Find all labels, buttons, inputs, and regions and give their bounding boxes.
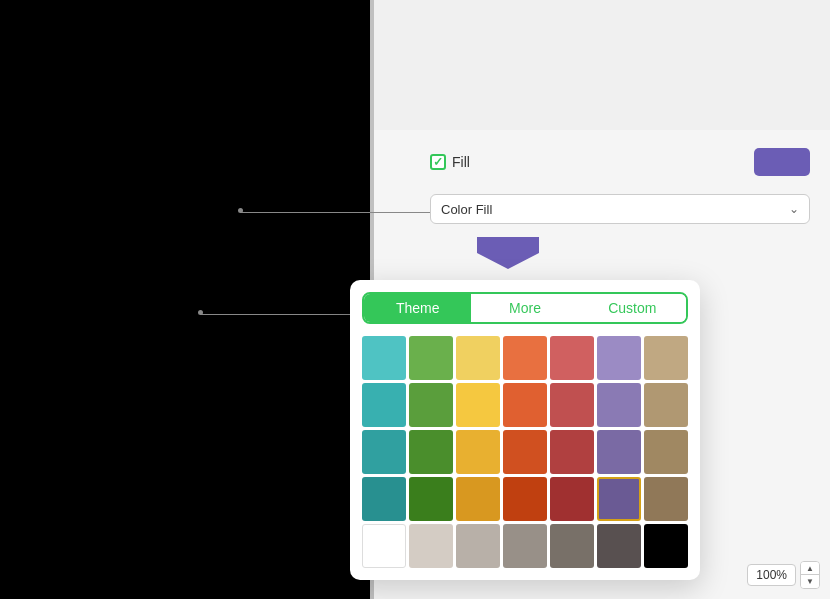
fill-color-swatch[interactable] xyxy=(754,148,810,176)
color-cell[interactable] xyxy=(597,336,641,380)
color-cell[interactable] xyxy=(503,524,547,568)
tab-custom[interactable]: Custom xyxy=(579,294,686,322)
svg-marker-0 xyxy=(477,237,539,269)
color-cell[interactable] xyxy=(503,336,547,380)
color-cell[interactable] xyxy=(503,383,547,427)
color-grid xyxy=(362,336,688,568)
color-cell[interactable] xyxy=(409,383,453,427)
color-cell[interactable] xyxy=(409,430,453,474)
color-cell[interactable] xyxy=(550,383,594,427)
color-cell[interactable] xyxy=(409,477,453,521)
color-cell[interactable] xyxy=(550,477,594,521)
checkmark-icon: ✓ xyxy=(433,155,443,169)
color-cell[interactable] xyxy=(503,477,547,521)
bottom-bar: 100% ▲ ▼ xyxy=(747,561,820,589)
color-cell[interactable] xyxy=(644,430,688,474)
color-fill-dropdown[interactable]: Color Fill ⌄ xyxy=(430,194,810,224)
color-picker-popup: Theme More Custom xyxy=(350,280,700,580)
zoom-down-button[interactable]: ▼ xyxy=(801,575,819,588)
color-cell[interactable] xyxy=(362,524,406,568)
color-cell[interactable] xyxy=(456,383,500,427)
annotation-line-1 xyxy=(240,212,430,213)
tab-more[interactable]: More xyxy=(471,294,578,322)
color-cell[interactable] xyxy=(550,336,594,380)
color-cell[interactable] xyxy=(550,524,594,568)
color-cell[interactable] xyxy=(597,383,641,427)
color-cell[interactable] xyxy=(362,430,406,474)
color-cell[interactable] xyxy=(597,524,641,568)
color-preview-caret xyxy=(477,237,539,269)
left-panel xyxy=(0,0,370,599)
color-cell[interactable] xyxy=(362,383,406,427)
color-cell[interactable] xyxy=(409,336,453,380)
main-container: ✓ Fill Color Fill ⌄ Theme More Custom xyxy=(0,0,830,599)
fill-checkbox[interactable]: ✓ xyxy=(430,154,446,170)
color-cell[interactable] xyxy=(409,524,453,568)
color-cell[interactable] xyxy=(456,336,500,380)
color-cell[interactable] xyxy=(644,477,688,521)
zoom-buttons: ▲ ▼ xyxy=(800,561,820,589)
color-cell[interactable] xyxy=(597,477,641,521)
color-fill-dropdown-label: Color Fill xyxy=(441,202,492,217)
zoom-up-button[interactable]: ▲ xyxy=(801,562,819,575)
annotation-line-2 xyxy=(200,314,350,315)
color-cell[interactable] xyxy=(456,477,500,521)
color-cell[interactable] xyxy=(456,430,500,474)
color-cell[interactable] xyxy=(597,430,641,474)
color-fill-row: Color Fill ⌄ xyxy=(430,194,810,224)
color-cell[interactable] xyxy=(550,430,594,474)
fill-checkbox-container[interactable]: ✓ Fill xyxy=(430,154,470,170)
color-cell[interactable] xyxy=(644,383,688,427)
color-tabs: Theme More Custom xyxy=(362,292,688,324)
color-cell[interactable] xyxy=(644,524,688,568)
color-cell[interactable] xyxy=(503,430,547,474)
zoom-display: 100% xyxy=(747,564,796,586)
color-cell[interactable] xyxy=(644,336,688,380)
fill-label: Fill xyxy=(452,154,470,170)
color-cell[interactable] xyxy=(362,477,406,521)
color-cell[interactable] xyxy=(362,336,406,380)
fill-row: ✓ Fill xyxy=(430,148,810,176)
chevron-down-icon: ⌄ xyxy=(789,202,799,216)
tab-theme[interactable]: Theme xyxy=(364,294,471,322)
color-cell[interactable] xyxy=(456,524,500,568)
